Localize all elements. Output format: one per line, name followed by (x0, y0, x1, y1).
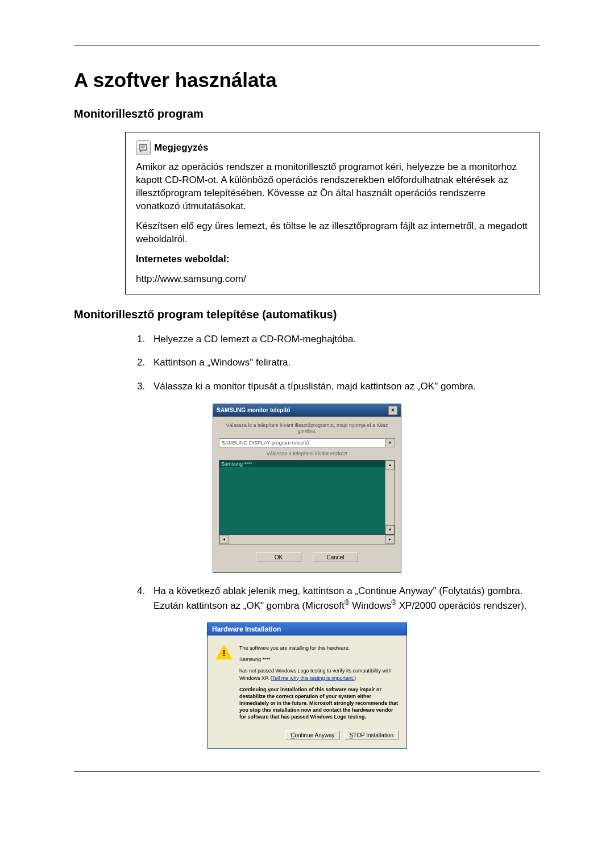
monitor-combo-value: SAMSUNG DISPLAY program telepítő (219, 439, 385, 447)
scroll-down-icon[interactable]: ▾ (385, 525, 395, 534)
warning-icon: ! (215, 645, 233, 661)
cancel-button[interactable]: Cancel (313, 553, 358, 562)
install-steps: Helyezze a CD lemezt a CD-ROM-meghajtóba… (131, 333, 540, 393)
monitor-dialog-text2: Válassza a telepíteni kívánt eszközt (219, 451, 395, 456)
note-header: Megjegyzés (136, 140, 529, 155)
monitor-dialog-text1: Válassza ki a telepíteni kívánt illesztő… (219, 422, 395, 434)
registered-mark-2: ® (391, 599, 396, 607)
website-label: Internetes weboldal: (136, 253, 529, 266)
scroll-right-icon[interactable]: ▸ (385, 535, 395, 544)
step-3: Válassza ki a monitor típusát a típuslis… (148, 380, 540, 393)
scroll-left-icon[interactable]: ◂ (219, 535, 229, 544)
hw-device: Samsung **** (239, 656, 399, 663)
chevron-down-icon[interactable]: ▾ (385, 439, 395, 447)
hw-link[interactable]: Tell me why this testing is important. (272, 675, 354, 681)
continue-anyway-button[interactable]: Continue Anyway (285, 730, 339, 740)
note-box: Megjegyzés Amikor az operációs rendszer … (125, 132, 540, 294)
hw-line2b: ) (354, 675, 356, 681)
hw-line1: The software you are installing for this… (239, 645, 399, 651)
ok-button[interactable]: OK (256, 553, 301, 562)
stop-installation-button[interactable]: STOP Installation (345, 730, 399, 740)
hw-line2: has not passed Windows Logo testing to v… (239, 667, 399, 681)
monitor-listbox[interactable]: Samsung **** ▴ ▾ (219, 460, 395, 535)
top-rule (74, 45, 540, 46)
horizontal-scrollbar[interactable]: ◂ ▸ (219, 535, 395, 545)
step4-text-b: Windows (350, 600, 392, 610)
note-icon (136, 140, 151, 155)
note-label: Megjegyzés (154, 142, 208, 155)
section1-heading: Monitorillesztő program (74, 107, 540, 121)
monitor-listbox-selected[interactable]: Samsung **** (219, 460, 385, 467)
step-1: Helyezze a CD lemezt a CD-ROM-meghajtóba… (148, 333, 540, 346)
monitor-combo[interactable]: SAMSUNG DISPLAY program telepítő ▾ (219, 438, 395, 447)
monitor-dialog-titlebar: SAMSUNG monitor telepítő × (213, 404, 401, 417)
step-2: Kattintson a „Windows" feliratra. (148, 356, 540, 369)
step4-text-c: XP/2000 operációs rendszer). (396, 600, 527, 610)
stop-label-rest: TOP Installation (353, 732, 393, 738)
close-icon[interactable]: × (388, 406, 397, 415)
continue-label-rest: ontinue Anyway (294, 732, 334, 738)
vertical-scrollbar[interactable]: ▴ ▾ (385, 460, 395, 534)
monitor-installer-dialog: SAMSUNG monitor telepítő × Válassza ki a… (213, 404, 401, 573)
page-title: A szoftver használata (74, 69, 540, 92)
note-paragraph-2: Készítsen elő egy üres lemezt, és töltse… (136, 220, 529, 246)
hw-dialog-title: Hardware Installation (208, 623, 406, 636)
note-paragraph-1: Amikor az operációs rendszer a monitoril… (136, 161, 529, 213)
registered-mark-1: ® (345, 599, 350, 607)
website-url: http://www.samsung.com/ (136, 273, 529, 286)
install-steps-cont: Ha a következő ablak jelenik meg, kattin… (131, 584, 540, 612)
step-4: Ha a következő ablak jelenik meg, kattin… (148, 584, 540, 612)
section2-heading: Monitorillesztő program telepítése (auto… (74, 308, 540, 321)
hw-bold-warning: Continuing your installation of this sof… (239, 686, 399, 721)
scroll-up-icon[interactable]: ▴ (385, 460, 395, 470)
monitor-dialog-title: SAMSUNG monitor telepítő (217, 407, 290, 413)
hardware-installation-dialog: Hardware Installation ! The software you… (207, 622, 407, 749)
bottom-rule (74, 771, 540, 772)
